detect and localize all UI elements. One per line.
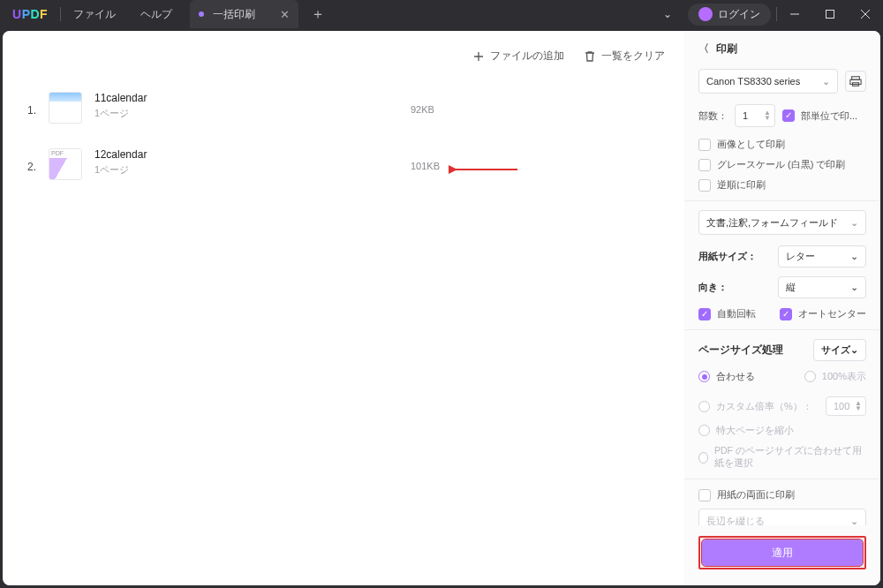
auto-rotate-checkbox[interactable]: 自動回転 xyxy=(698,307,756,320)
file-name: 11calendar xyxy=(94,92,147,104)
window-close-button[interactable] xyxy=(848,0,883,28)
binding-select[interactable]: 長辺を綴じる ⌄ xyxy=(698,509,866,525)
page-size-mode-select[interactable]: サイズ ⌄ xyxy=(813,339,866,361)
file-thumbnail: PDF xyxy=(49,148,82,180)
clear-list-label: 一覧をクリア xyxy=(601,49,665,64)
custom-scale-value: 100 xyxy=(834,401,849,411)
print-as-image-checkbox[interactable]: 画像として印刷 xyxy=(698,138,866,151)
clear-list-button[interactable]: 一覧をクリア xyxy=(584,49,665,64)
window-minimize-button[interactable] xyxy=(777,0,812,28)
annotation-arrow xyxy=(449,163,519,176)
grayscale-checkbox[interactable]: グレースケール (白黒) で印刷 xyxy=(698,158,866,171)
page-size-handling-title: ページサイズ処理 xyxy=(698,343,783,358)
page-size-mode-value: サイズ xyxy=(821,343,850,357)
copies-value: 1 xyxy=(743,110,748,121)
copies-label: 部数： xyxy=(698,109,728,123)
fit-label: 合わせる xyxy=(716,370,755,383)
chevron-down-icon: ⌄ xyxy=(822,76,830,87)
tab-batch-print[interactable]: 一括印刷 ✕ xyxy=(190,0,298,28)
orientation-value: 縦 xyxy=(786,281,796,294)
choose-by-pdf-label: PDF のページサイズに合わせて用紙を選択 xyxy=(714,445,866,470)
add-tab-button[interactable]: ＋ xyxy=(298,5,337,24)
add-file-label: ファイルの追加 xyxy=(490,49,564,64)
paper-size-value: レター xyxy=(786,250,815,263)
row-number: 2. xyxy=(27,161,36,173)
menu-help[interactable]: ヘルプ xyxy=(128,7,185,22)
duplex-label: 用紙の両面に印刷 xyxy=(717,488,795,501)
trash-icon xyxy=(584,50,596,63)
apply-highlight: 適用 xyxy=(698,536,866,569)
row-number: 1. xyxy=(27,104,36,117)
choose-by-pdf-radio[interactable]: PDF のページサイズに合わせて用紙を選択 xyxy=(698,445,866,470)
file-size: 101KB xyxy=(411,161,440,171)
window-maximize-button[interactable] xyxy=(812,0,848,28)
panel-title: 印刷 xyxy=(716,41,737,57)
add-file-button[interactable]: ファイルの追加 xyxy=(472,49,564,64)
tab-indicator-icon xyxy=(199,11,204,17)
chevron-down-icon: ⌄ xyxy=(850,282,858,293)
plus-icon xyxy=(472,50,485,63)
collate-label: 部単位で印... xyxy=(801,109,857,123)
file-size: 92KB xyxy=(411,104,434,115)
custom-scale-label: カスタム倍率（%）： xyxy=(716,400,812,413)
print-content-select[interactable]: 文書,注釈,フォームフィールド ⌄ xyxy=(698,210,866,235)
shrink-oversize-radio[interactable]: 特大ページを縮小 xyxy=(698,424,866,437)
printer-name: Canon TS8330 series xyxy=(706,76,800,87)
back-icon[interactable]: 〈 xyxy=(698,41,709,57)
file-pages: 1ページ xyxy=(94,163,147,177)
orientation-select[interactable]: 縦 ⌄ xyxy=(778,276,866,298)
fit-radio[interactable]: 合わせる xyxy=(698,370,755,383)
file-thumbnail xyxy=(49,92,82,124)
chevron-down-icon: ⌄ xyxy=(850,251,858,262)
auto-center-label: オートセンター xyxy=(798,307,866,320)
printer-properties-button[interactable] xyxy=(845,71,866,92)
svg-rect-0 xyxy=(826,11,834,19)
file-pages: 1ページ xyxy=(94,107,147,120)
custom-scale-stepper[interactable]: 100 ▲▼ xyxy=(826,396,866,416)
chevron-down-icon[interactable]: ⌄ xyxy=(653,8,683,20)
binding-value: 長辺を綴じる xyxy=(706,515,765,526)
menu-file[interactable]: ファイル xyxy=(61,7,128,22)
svg-rect-3 xyxy=(850,79,861,84)
orientation-label: 向き： xyxy=(698,281,728,294)
print-settings-panel: 〈 印刷 Canon TS8330 series ⌄ 部数： 1 xyxy=(684,31,880,585)
reverse-order-label: 逆順に印刷 xyxy=(717,178,766,192)
actual-size-radio[interactable]: 100%表示 xyxy=(804,370,866,383)
paper-size-label: 用紙サイズ： xyxy=(698,250,757,263)
list-item[interactable]: 2. PDF 12calendar 1ページ 101KB xyxy=(22,136,665,192)
custom-scale-radio[interactable]: カスタム倍率（%）： 100 ▲▼ xyxy=(698,396,866,416)
login-button[interactable]: ログイン xyxy=(688,4,771,26)
duplex-checkbox[interactable]: 用紙の両面に印刷 xyxy=(698,488,866,501)
avatar-icon xyxy=(698,7,713,21)
shrink-oversize-label: 特大ページを縮小 xyxy=(716,424,794,437)
auto-center-checkbox[interactable]: オートセンター xyxy=(780,307,866,320)
collate-checkbox[interactable]: 部単位で印... xyxy=(782,109,866,123)
auto-rotate-label: 自動回転 xyxy=(717,307,756,320)
printer-icon xyxy=(849,75,862,87)
close-tab-icon[interactable]: ✕ xyxy=(280,8,290,21)
login-label: ログイン xyxy=(718,7,760,22)
chevron-down-icon: ⌄ xyxy=(850,516,858,526)
paper-size-select[interactable]: レター ⌄ xyxy=(778,245,866,268)
file-list-panel: ファイルの追加 一覧をクリア 1. 11calendar 1ページ 92KB 2… xyxy=(3,31,684,585)
print-as-image-label: 画像として印刷 xyxy=(717,138,785,151)
chevron-down-icon: ⌄ xyxy=(850,217,858,229)
chevron-down-icon: ⌄ xyxy=(850,344,858,356)
copies-stepper[interactable]: 1 ▲▼ xyxy=(735,104,775,127)
apply-label: 適用 xyxy=(772,546,793,561)
titlebar: UPDF ファイル ヘルプ 一括印刷 ✕ ＋ ⌄ ログイン xyxy=(0,0,883,28)
file-name: 12calendar xyxy=(94,148,147,161)
actual-size-label: 100%表示 xyxy=(822,370,866,383)
grayscale-label: グレースケール (白黒) で印刷 xyxy=(717,158,845,171)
print-content-value: 文書,注釈,フォームフィールド xyxy=(706,216,838,230)
tab-label: 一括印刷 xyxy=(213,7,255,22)
apply-button[interactable]: 適用 xyxy=(702,539,863,566)
reverse-order-checkbox[interactable]: 逆順に印刷 xyxy=(698,178,866,192)
printer-select[interactable]: Canon TS8330 series ⌄ xyxy=(698,69,838,94)
list-item[interactable]: 1. 11calendar 1ページ 92KB xyxy=(22,79,665,136)
app-logo: UPDF xyxy=(0,7,60,21)
